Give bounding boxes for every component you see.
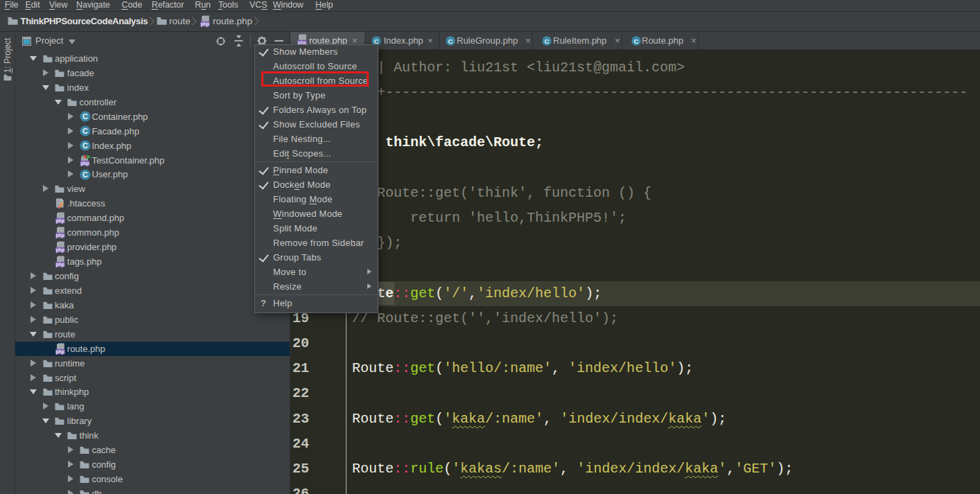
svg-text:C: C [82,170,88,179]
svg-text:php: php [56,218,64,224]
svg-text:C: C [82,127,88,135]
svg-text:C: C [82,141,88,150]
svg-text:C: C [634,37,639,44]
svg-text:C: C [448,37,453,44]
svg-text:php: php [56,233,64,238]
svg-text:php: php [56,262,64,267]
svg-text:C: C [545,37,550,44]
svg-text:php: php [56,349,64,355]
svg-text:php: php [201,21,209,27]
svg-text:php: php [56,247,64,253]
svg-text:php: php [80,161,89,166]
svg-text:C: C [82,112,88,121]
